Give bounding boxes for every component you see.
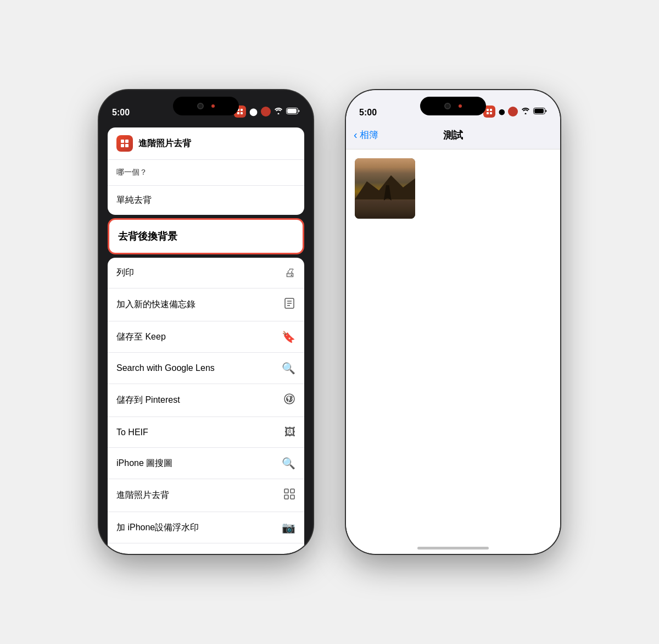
left-screen: 5:00 ⬤: [99, 90, 313, 554]
action-label-watermark: 加 iPhone設備浮水印: [116, 522, 199, 534]
svg-rect-15: [284, 489, 288, 493]
action-label-lens: Search with Google Lens: [116, 363, 215, 373]
action-item-pinterest[interactable]: 儲存到 Pinterest: [108, 384, 304, 417]
bgremove-icon: [283, 488, 295, 503]
svg-rect-18: [291, 495, 294, 499]
app-top-card: 進階照片去背 哪一個？ 單純去背: [108, 127, 304, 215]
action-list: 列印 🖨 加入新的快速備忘錄 儲存至 Keep 🔖 Search with Go…: [108, 258, 304, 554]
action-label-imagesearch: iPhone 圖搜圖: [116, 458, 172, 469]
action-item-quicknote[interactable]: 加入新的快速備忘錄: [108, 288, 304, 321]
action-sheet[interactable]: 進階照片去背 哪一個？ 單純去背 去背後換背景 列印 🖨 加入新的快速備忘錄: [99, 121, 313, 554]
watermark-icon: 📷: [282, 521, 295, 534]
battery-icon: [286, 108, 300, 116]
action-item-print[interactable]: 列印 🖨: [108, 258, 304, 288]
svg-rect-22: [487, 109, 489, 111]
home-indicator-left: [170, 547, 242, 549]
bluetooth-icon: ⬤: [249, 108, 258, 116]
keep-icon: 🔖: [282, 330, 295, 343]
status-time: 5:00: [112, 108, 130, 118]
status-icons: ⬤: [234, 106, 300, 118]
front-camera: [197, 103, 204, 109]
lens-icon: 🔍: [282, 362, 295, 375]
action-label-print: 列印: [116, 267, 134, 279]
action-label-heif: To HEIF: [116, 428, 148, 437]
action-label-bgremove: 進階照片去背: [116, 490, 169, 501]
action-item-watermark[interactable]: 加 iPhone設備浮水印 📷: [108, 512, 304, 543]
svg-rect-23: [490, 109, 492, 111]
left-phone: 5:00 ⬤: [99, 90, 313, 554]
pinterest-icon: [283, 393, 295, 408]
action-item-lens[interactable]: Search with Google Lens 🔍: [108, 353, 304, 384]
right-face-id-dot: [459, 104, 462, 108]
svg-rect-27: [534, 109, 544, 113]
option1-item[interactable]: 單純去背: [108, 186, 304, 215]
quicknote-icon: [283, 297, 295, 312]
right-screen: 5:00 ⬤ ‹ 相簿: [346, 90, 560, 554]
app-icon: [116, 135, 133, 152]
svg-rect-5: [287, 109, 297, 113]
heif-icon: 🖼: [284, 426, 295, 438]
photo-grid: [346, 149, 560, 554]
photo-item[interactable]: [355, 158, 415, 219]
svg-rect-21: [292, 553, 295, 554]
svg-rect-17: [284, 495, 288, 499]
svg-rect-25: [490, 112, 492, 114]
right-wifi-icon: [521, 108, 530, 116]
camera-indicator: [261, 107, 271, 116]
svg-rect-6: [121, 140, 124, 143]
action-item-bgremove[interactable]: 進階照片去背: [108, 479, 304, 512]
svg-rect-16: [291, 489, 294, 493]
nav-bar: ‹ 相簿 測試: [346, 121, 560, 149]
face-id-dot: [211, 104, 215, 108]
card-header: 進階照片去背: [108, 127, 304, 160]
right-front-camera: [444, 103, 451, 109]
back-chevron-icon: ‹: [354, 129, 358, 141]
option2-label: 去背後換背景: [118, 231, 177, 242]
card-title: 進階照片去背: [138, 138, 191, 149]
svg-rect-9: [125, 144, 129, 147]
svg-rect-3: [241, 112, 243, 114]
back-button[interactable]: ‹ 相簿: [354, 129, 378, 141]
svg-rect-8: [121, 144, 124, 147]
right-status-time: 5:00: [359, 108, 377, 118]
wifi-icon: [274, 108, 283, 116]
right-camera-indicator: [508, 107, 518, 116]
right-dynamic-island: [420, 97, 486, 115]
watermark-new-icon: [283, 552, 295, 554]
right-bluetooth-icon: ⬤: [499, 109, 505, 115]
action-item-imagesearch[interactable]: iPhone 圖搜圖 🔍: [108, 448, 304, 479]
photo-mountain-scene: [355, 158, 415, 219]
print-icon: 🖨: [284, 267, 295, 279]
action-item-keep[interactable]: 儲存至 Keep 🔖: [108, 321, 304, 353]
back-label: 相簿: [360, 129, 378, 141]
action-item-heif[interactable]: To HEIF 🖼: [108, 417, 304, 448]
svg-point-14: [284, 394, 294, 404]
dynamic-island: [173, 97, 239, 115]
action-label-keep: 儲存至 Keep: [116, 331, 166, 343]
right-battery-icon: [533, 108, 547, 116]
svg-rect-1: [241, 109, 243, 111]
right-phone: 5:00 ⬤ ‹ 相簿: [346, 90, 560, 554]
nav-title: 測試: [443, 129, 463, 142]
home-indicator-right: [417, 547, 489, 549]
svg-rect-24: [487, 112, 489, 114]
imagesearch-icon: 🔍: [282, 457, 295, 470]
svg-rect-2: [237, 112, 239, 114]
action-label-quicknote: 加入新的快速備忘錄: [116, 299, 196, 310]
right-status-icons: ⬤: [483, 106, 547, 118]
option1-label: 單純去背: [116, 195, 152, 206]
action-label-pinterest: 儲存到 Pinterest: [116, 395, 180, 406]
card-subtitle: 哪一個？: [108, 160, 304, 186]
highlighted-option[interactable]: 去背後換背景: [108, 218, 304, 254]
svg-rect-7: [125, 140, 129, 143]
